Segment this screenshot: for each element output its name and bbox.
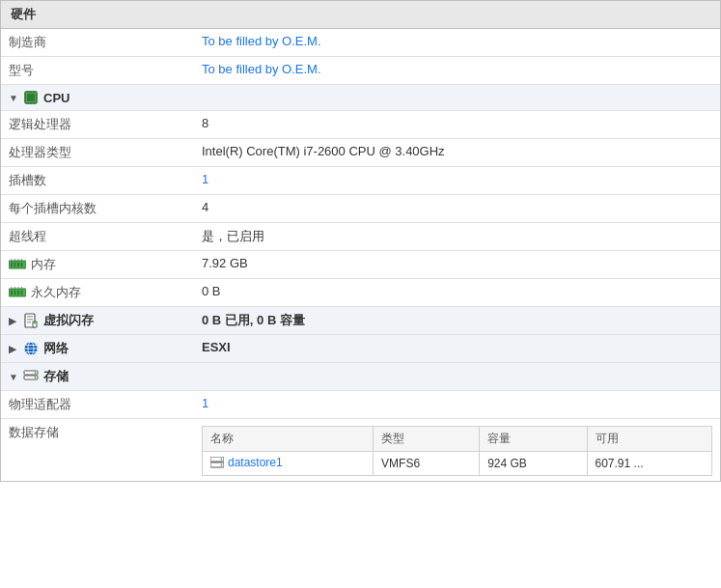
datastore-available: 607.91 ...	[587, 452, 711, 476]
datastore-row[interactable]: datastore1 VMFS6 924 GB 607.91 ...	[203, 452, 712, 476]
section-cpu[interactable]: ▼	[1, 85, 720, 111]
panel-title: 硬件	[1, 1, 720, 29]
value-vflash: 0 B 已用, 0 B 容量	[194, 307, 720, 335]
section-network[interactable]: ▶ 网络 ESXI	[1, 335, 720, 363]
label-memory: 内存	[1, 251, 194, 279]
svg-rect-17	[17, 263, 19, 267]
value-cores-per-socket: 4	[194, 195, 720, 223]
col-header-capacity: 容量	[480, 427, 587, 452]
cpu-icon	[23, 90, 39, 105]
table-row: 每个插槽内核数 4	[1, 195, 720, 223]
expand-cpu-icon: ▼	[9, 93, 18, 102]
section-network-label: 网络	[43, 340, 69, 357]
svg-rect-35	[27, 322, 31, 323]
pmem-icon	[9, 287, 26, 298]
datastore-name: datastore1	[203, 452, 374, 476]
table-row: 永久内存 0 B	[1, 279, 720, 307]
datastore-capacity: 924 GB	[480, 452, 587, 476]
col-header-available: 可用	[587, 427, 711, 452]
table-row: 处理器类型 Intel(R) Core(TM) i7-2600 CPU @ 3.…	[1, 139, 720, 167]
svg-point-50	[221, 459, 223, 461]
svg-rect-33	[27, 316, 33, 318]
label-logical-processors: 逻辑处理器	[1, 111, 194, 139]
expand-vflash-icon: ▶	[9, 316, 18, 325]
value-hyperthreading: 是，已启用	[194, 223, 720, 251]
svg-rect-18	[21, 263, 23, 267]
section-vflash[interactable]: ▶ 虚拟闪存 0 B 已用, 0 B 容量	[1, 307, 720, 335]
value-manufacturer: To be filled by O.E.M.	[194, 29, 720, 57]
value-processor-type: Intel(R) Core(TM) i7-2600 CPU @ 3.40GHz	[194, 139, 720, 167]
label-physical-adapters: 物理适配器	[1, 391, 194, 419]
label-model: 型号	[1, 57, 194, 85]
hardware-table: 制造商 To be filled by O.E.M. 型号 To be fill…	[1, 29, 720, 481]
table-row: 制造商 To be filled by O.E.M.	[1, 29, 720, 57]
value-datastore: 名称 类型 容量 可用	[194, 419, 720, 482]
table-row: 型号 To be filled by O.E.M.	[1, 57, 720, 85]
svg-point-46	[35, 372, 37, 374]
svg-rect-15	[11, 263, 13, 267]
svg-rect-16	[14, 263, 16, 267]
ram-icon	[9, 259, 26, 270]
datastore-type: VMFS6	[374, 452, 480, 476]
label-cores-per-socket: 每个插槽内核数	[1, 195, 194, 223]
label-datastore: 数据存储	[1, 419, 194, 482]
value-model: To be filled by O.E.M.	[194, 57, 720, 85]
vflash-icon	[23, 313, 39, 328]
col-header-type: 类型	[374, 427, 480, 452]
svg-rect-34	[27, 319, 33, 321]
table-row: 内存 7.92 GB	[1, 251, 720, 279]
value-socket-count: 1	[194, 167, 720, 195]
section-cpu-label: CPU	[43, 91, 69, 105]
datastore-item-icon	[210, 457, 224, 468]
svg-rect-1	[27, 94, 35, 101]
value-logical-processors: 8	[194, 111, 720, 139]
table-row-datastore: 数据存储 名称 类型 容量 可用	[1, 419, 720, 482]
svg-rect-26	[17, 291, 19, 295]
value-memory: 7.92 GB	[194, 251, 720, 279]
datastore-sub-table: 名称 类型 容量 可用	[202, 426, 712, 476]
section-storage[interactable]: ▼ 存储	[1, 363, 720, 391]
label-socket-count: 插槽数	[1, 167, 194, 195]
value-network: ESXI	[194, 335, 720, 363]
svg-rect-27	[21, 291, 23, 295]
value-persistent-memory: 0 B	[194, 279, 720, 307]
svg-point-51	[221, 464, 223, 466]
svg-rect-24	[11, 291, 13, 295]
label-processor-type: 处理器类型	[1, 139, 194, 167]
expand-storage-icon: ▼	[9, 372, 18, 381]
label-manufacturer: 制造商	[1, 29, 194, 57]
svg-rect-25	[14, 291, 16, 295]
table-row: 插槽数 1	[1, 167, 720, 195]
table-row: 超线程 是，已启用	[1, 223, 720, 251]
svg-point-47	[35, 377, 37, 378]
table-row: 逻辑处理器 8	[1, 111, 720, 139]
table-row: 物理适配器 1	[1, 391, 720, 419]
storage-icon	[23, 369, 39, 384]
section-storage-label: 存储	[43, 368, 69, 385]
label-persistent-memory: 永久内存	[1, 279, 194, 307]
network-icon	[23, 341, 39, 356]
expand-network-icon: ▶	[9, 344, 18, 353]
hardware-panel: 硬件 制造商 To be filled by O.E.M. 型号 To be f…	[0, 0, 721, 482]
col-header-name: 名称	[203, 427, 374, 452]
value-physical-adapters: 1	[194, 391, 720, 419]
section-vflash-label: 虚拟闪存	[43, 312, 94, 329]
label-hyperthreading: 超线程	[1, 223, 194, 251]
